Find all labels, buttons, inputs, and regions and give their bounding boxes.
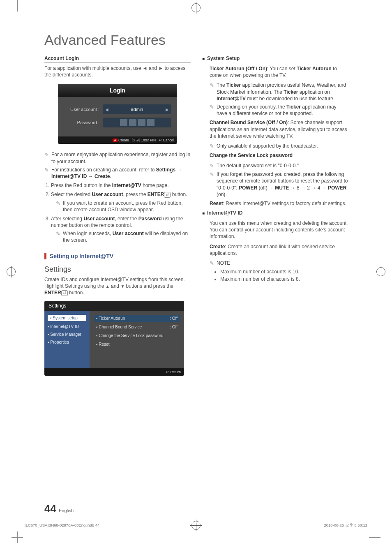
up-arrow-icon: ▲ [106, 284, 110, 289]
text: For a application with multiple accounts… [44, 65, 143, 71]
settings-nav: ▪ System setup ▪ Internet@TV ID ▪ Servic… [44, 311, 90, 368]
note-text: For instructions on creating an account,… [51, 166, 191, 180]
pin-digit [129, 119, 136, 126]
text: button. [171, 192, 187, 197]
note: ✎ Depending on your country, the Ticker … [210, 104, 348, 117]
step-2: Select the desired User account, press t… [51, 191, 191, 213]
enter-icon: ⏎ [164, 192, 171, 198]
note-text: For a more enjoyable application experie… [51, 151, 191, 164]
note-icon: ✎ [44, 166, 49, 180]
red-a-badge: A [113, 139, 117, 142]
text-bold: Password [138, 216, 162, 222]
text-bold: Change the Service Lock password [210, 153, 293, 158]
row-label: Ticker Autorun [99, 316, 125, 321]
note-icon: ✎ [210, 104, 214, 117]
text: (off) → [257, 185, 275, 191]
note: ✎ For instructions on creating an accoun… [44, 166, 191, 180]
return-icon: ↩ [159, 138, 162, 142]
text-bold: POWER [328, 185, 346, 191]
text: Depending on your country, the [217, 104, 286, 110]
text: : Resets Internet@TV settings to factory… [223, 201, 346, 206]
settings-row-ticker-autorun[interactable]: ▪ Ticker Autorun: Off [94, 315, 180, 322]
create-hint: Create [118, 138, 129, 142]
internet-tv-id-heading: ■Internet@TV ID [202, 210, 348, 216]
settings-row-reset[interactable]: ▪ Reset [94, 341, 180, 348]
note-icon: ✎ [210, 82, 214, 102]
channel-bound-text: Channel Bound Service (Off / On): Some c… [210, 119, 348, 139]
note-icon: ✎ [210, 171, 214, 198]
account-login-intro: For a application with multiple accounts… [44, 65, 191, 78]
internet-tv-id-body: You can use this menu when creating and … [210, 220, 348, 240]
text: → 8 → 2 → 4 → [289, 185, 328, 191]
registration-mark-icon [7, 267, 16, 276]
text: The [217, 82, 226, 88]
user-account-selector[interactable]: ◀ admin ▶ [103, 104, 171, 114]
doc-timestamp: 2010-06-25 오후 5:58:12 [324, 523, 367, 528]
arrow-left-icon: ◄ [143, 65, 148, 71]
text-bold: ENTER [44, 290, 61, 296]
heading-text: System Setup [207, 55, 240, 61]
settings-row-channel-bound[interactable]: ▪ Channel Bound Service: Off [94, 323, 180, 330]
nav-item-system-setup[interactable]: ▪ System setup [48, 315, 86, 321]
text: , enter the [115, 216, 138, 222]
settings-panel: Settings ▪ System setup ▪ Internet@TV ID… [44, 301, 184, 376]
note: ✎ If you forget the password you created… [210, 171, 348, 198]
down-arrow-icon: ▼ [120, 284, 125, 289]
note-icon: ✎ [210, 260, 214, 267]
left-column: Account Login For a application with mul… [44, 55, 191, 376]
text-bold: User account [113, 231, 144, 236]
page-number: 44 [44, 502, 56, 515]
text-bold: Channel Bound Service (Off / On) [210, 120, 288, 125]
text: Press the Red button in the [51, 183, 112, 188]
text: and [148, 65, 159, 71]
crop-mark [12, 531, 23, 543]
return-label: Return [170, 370, 181, 374]
note-text: When login succeeds, User account will b… [63, 230, 191, 243]
crop-mark [12, 0, 23, 12]
square-bullet-icon: ■ [202, 211, 205, 215]
settings-intro: Create IDs and configure Internet@TV set… [44, 276, 191, 296]
user-account-label: User account : [64, 107, 103, 112]
text: and [110, 283, 121, 289]
step-1: Press the Red button in the Internet@TV … [51, 182, 191, 189]
text: must be downloaded to use this feature. [246, 96, 334, 102]
login-dialog: Login User account : ◀ admin ▶ Password … [58, 84, 177, 144]
text: home page. [141, 183, 169, 188]
note-bullets: Maximum number of accounts is 10. Maximu… [210, 269, 348, 282]
nav-item-properties[interactable]: ▪ Properties [48, 340, 86, 344]
pin-digit [120, 119, 127, 126]
note-icon: ✎ [44, 151, 49, 164]
note: ✎ For a more enjoyable application exper… [44, 151, 191, 164]
text-bold: Internet@TV [112, 183, 141, 188]
create-text: Create: Create an account and link it wi… [210, 243, 348, 256]
note: ✎ Only available if supported by the bro… [210, 143, 348, 150]
login-footer: A Create [0~9] Enter PIN ↩ Cancel [58, 136, 177, 144]
path-text: Settings → Internet@TV ID → Create [51, 167, 182, 179]
arrow-right-icon: ► [158, 65, 163, 71]
page-number-area: 44 English [44, 502, 74, 515]
note: ✎ The default password set is "0-0-0-0." [210, 162, 348, 170]
nav-item-service-manager[interactable]: ▪ Service Manager [48, 332, 86, 337]
settings-main: ▪ Ticker Autorun: Off ▪ Channel Bound Se… [90, 311, 184, 368]
nav-item-internet-tv-id[interactable]: ▪ Internet@TV ID [48, 324, 86, 329]
note: ✎ NOTE [210, 260, 348, 267]
settings-row-change-password[interactable]: ▪ Change the Service Lock password [94, 332, 180, 339]
crop-mark [369, 531, 380, 543]
section-header: Setting up Internet@TV [44, 253, 191, 259]
settings-panel-footer: ↩Return [44, 368, 184, 376]
text: application on [298, 89, 330, 95]
password-label: Password : [64, 120, 103, 125]
change-password-heading: Change the Service Lock password [210, 152, 348, 159]
page-language: English [59, 508, 74, 513]
row-label: Channel Bound Service [99, 325, 142, 329]
crop-mark [369, 0, 380, 12]
password-field[interactable] [103, 118, 171, 127]
registration-mark-icon [191, 3, 201, 12]
text-bold: MUTE [275, 185, 289, 191]
settings-panel-header: Settings [44, 301, 184, 311]
nav-label: Service Manager [50, 332, 81, 337]
text-bold: User account [92, 192, 123, 197]
pin-digit [138, 119, 145, 126]
note-text: If you want to create an account, press … [63, 200, 191, 213]
step-3: After selecting User account, enter the … [51, 215, 191, 244]
